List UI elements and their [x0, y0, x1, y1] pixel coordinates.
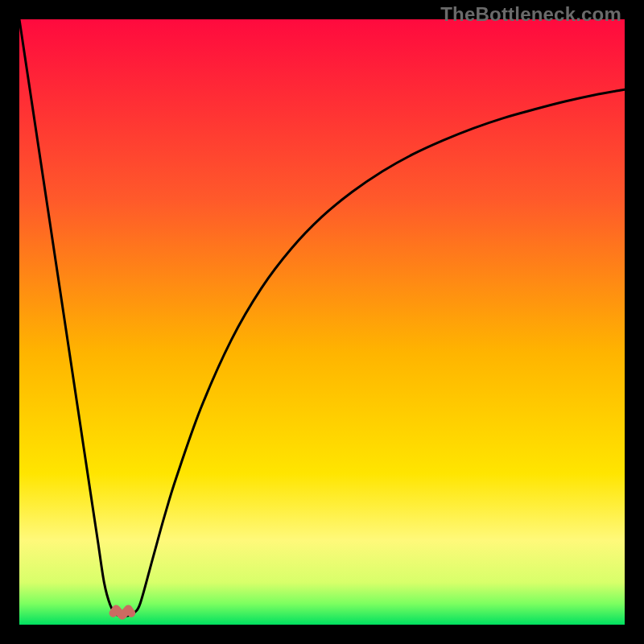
curve-layer: [19, 19, 625, 625]
chart-frame: [19, 19, 625, 625]
plot-area: [19, 19, 625, 625]
bottleneck-curve: [19, 19, 625, 616]
loop-marker: [114, 609, 132, 615]
